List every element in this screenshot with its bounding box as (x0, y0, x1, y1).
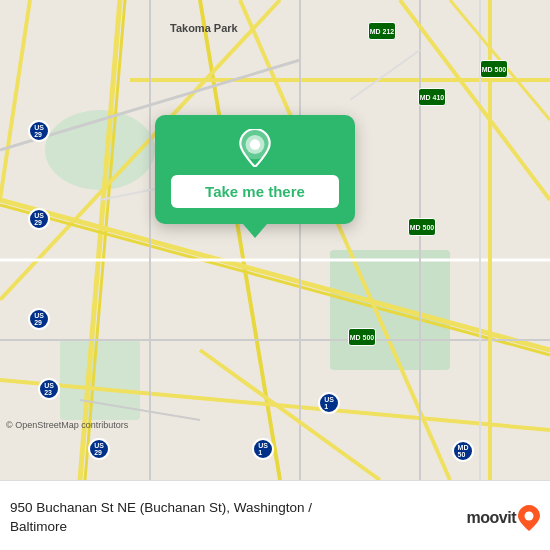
moovit-text: moovit (467, 509, 516, 527)
road-sign-us1-1: US1 (318, 392, 340, 414)
footer-address: 950 Buchanan St NE (Buchanan St), Washin… (10, 499, 459, 537)
road-sign-md500-3: MD 500 (348, 328, 376, 346)
road-sign-us1-2: US1 (252, 438, 274, 460)
road-sign-us23: US23 (38, 378, 60, 400)
address-line2: Baltimore (10, 519, 67, 534)
copyright-text: © OpenStreetMap contributors (6, 420, 128, 430)
road-sign-md50: MD50 (452, 440, 474, 462)
road-sign-md500-2: MD 500 (408, 218, 436, 236)
svg-point-29 (250, 139, 260, 149)
road-sign-us29-2: US29 (28, 208, 50, 230)
svg-point-30 (525, 511, 534, 520)
svg-line-5 (0, 0, 30, 200)
footer-text: 950 Buchanan St NE (Buchanan St), Washin… (10, 499, 459, 537)
take-me-there-button[interactable]: Take me there (171, 175, 339, 208)
footer-logo: moovit (467, 505, 540, 531)
popup-card: Take me there (155, 115, 355, 224)
road-sign-md212: MD 212 (368, 22, 396, 40)
road-sign-md410: MD 410 (418, 88, 446, 106)
svg-line-26 (350, 50, 420, 100)
moovit-logo: moovit (467, 505, 540, 531)
popup-pin-icon (236, 129, 274, 167)
footer: 950 Buchanan St NE (Buchanan St), Washin… (0, 480, 550, 550)
road-sign-us29-1: US29 (28, 120, 50, 142)
takoma-park-label: Takoma Park (170, 22, 238, 34)
address-line1: 950 Buchanan St NE (Buchanan St), Washin… (10, 500, 312, 515)
map-svg (0, 0, 550, 480)
moovit-pin-icon (518, 505, 540, 531)
road-sign-md500-1: MD 500 (480, 60, 508, 78)
svg-line-11 (240, 0, 450, 480)
map-container: US29 US29 US29 US23 US29 MD 212 MD 410 M… (0, 0, 550, 480)
svg-line-9 (0, 205, 550, 355)
road-sign-us29-3: US29 (28, 308, 50, 330)
road-sign-us29-4: US29 (88, 438, 110, 460)
